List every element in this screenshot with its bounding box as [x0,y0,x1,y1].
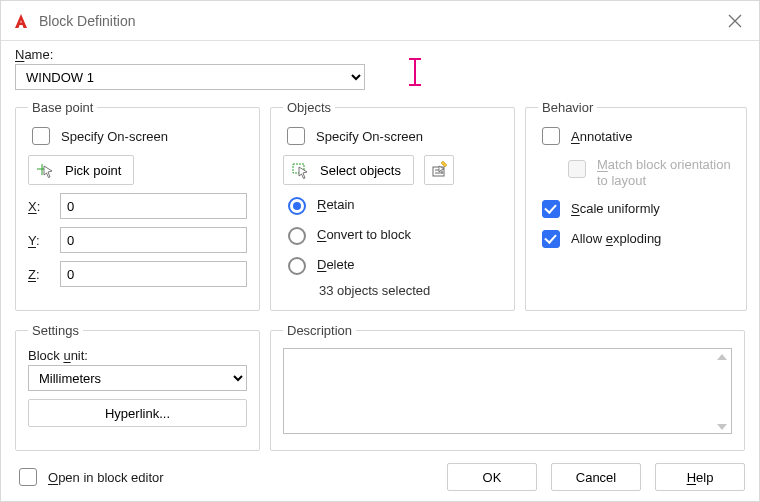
window-title: Block Definition [39,13,715,29]
settings-legend: Settings [28,323,83,338]
ok-button[interactable]: OK [447,463,537,491]
block-preview-icon [397,56,433,88]
description-textarea[interactable] [283,348,732,434]
annotative-label: Annotative [571,129,632,144]
description-legend: Description [283,323,356,338]
behavior-legend: Behavior [538,100,597,115]
scale-uniformly-label: Scale uniformly [571,201,660,216]
match-orientation-label: Match block orientation to layout [597,157,731,190]
quick-select-button[interactable] [424,155,454,185]
objects-specify-onscreen-checkbox[interactable] [287,127,305,145]
delete-radio[interactable] [288,257,306,275]
delete-label: Delete [317,257,355,272]
select-objects-button[interactable]: Select objects [283,155,414,185]
hyperlink-button[interactable]: Hyperlink... [28,399,247,427]
convert-radio[interactable] [288,227,306,245]
objects-group: Objects Specify On-screen [270,100,515,311]
basepoint-legend: Base point [28,100,97,115]
scale-uniformly-checkbox[interactable] [542,200,560,218]
basepoint-specify-onscreen-checkbox[interactable] [32,127,50,145]
allow-exploding-checkbox[interactable] [542,230,560,248]
convert-label: Convert to block [317,227,411,242]
scroll-up-icon[interactable] [717,354,727,360]
open-in-block-editor-label: Open in block editor [48,470,164,485]
retain-label: Retain [317,197,355,212]
objects-selected-status: 33 objects selected [283,283,502,298]
x-label: X: [28,199,50,214]
pick-point-icon [35,160,55,180]
settings-group: Settings Block unit: Millimeters Hyperli… [15,323,260,451]
block-unit-label: Block unit: [28,348,247,363]
name-label: Name: [15,47,365,62]
pick-point-button[interactable]: Pick point [28,155,134,185]
objects-specify-onscreen-label: Specify On-screen [316,129,423,144]
quick-select-icon [430,160,448,181]
block-definition-dialog: Block Definition Name: WINDOW 1 [0,0,760,502]
select-objects-icon [290,160,310,180]
y-label: Y: [28,233,50,248]
y-input[interactable] [60,227,247,253]
select-objects-label: Select objects [320,163,401,178]
allow-exploding-label: Allow exploding [571,231,661,246]
pick-point-label: Pick point [65,163,121,178]
autocad-app-icon [11,11,31,31]
match-orientation-checkbox [568,160,586,178]
description-group: Description [270,323,745,451]
annotative-checkbox[interactable] [542,127,560,145]
dialog-footer: Open in block editor OK Cancel Help [15,463,745,491]
close-icon[interactable] [715,1,755,41]
name-combobox[interactable]: WINDOW 1 [15,64,365,90]
open-in-block-editor-checkbox[interactable] [19,468,37,486]
behavior-group: Behavior Annotative Match block orientat… [525,100,747,311]
help-button[interactable]: Help [655,463,745,491]
objects-legend: Objects [283,100,335,115]
block-unit-combobox[interactable]: Millimeters [28,365,247,391]
scroll-down-icon[interactable] [717,424,727,430]
basepoint-group: Base point Specify On-screen [15,100,260,311]
x-input[interactable] [60,193,247,219]
z-label: Z: [28,267,50,282]
basepoint-specify-onscreen-label: Specify On-screen [61,129,168,144]
z-input[interactable] [60,261,247,287]
titlebar: Block Definition [1,1,759,41]
cancel-button[interactable]: Cancel [551,463,641,491]
retain-radio[interactable] [288,197,306,215]
